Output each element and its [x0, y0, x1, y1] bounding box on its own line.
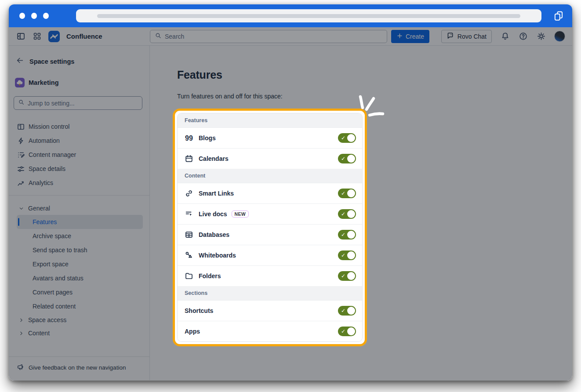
sidebar-item-archive-space[interactable]: Archive space	[17, 229, 143, 243]
sidebar-item-analytics[interactable]: Analytics	[9, 176, 149, 190]
databases-toggle[interactable]: ✓	[338, 230, 356, 240]
sidebar-item-automation[interactable]: Automation	[9, 134, 149, 148]
feature-row-apps: Apps ✓	[178, 321, 362, 341]
sidebar-item-send-space-to-trash[interactable]: Send space to trash	[17, 243, 143, 257]
check-icon: ✓	[341, 273, 345, 279]
whiteboard-icon	[185, 251, 193, 260]
toggle-knob	[347, 251, 355, 259]
calendars-toggle[interactable]: ✓	[338, 154, 356, 163]
page-area: Confluence Create Rovo Chat	[9, 27, 572, 381]
check-icon: ✓	[341, 253, 345, 258]
back-to-space-settings[interactable]: Space settings	[9, 54, 149, 69]
blogs-toggle[interactable]: ✓	[338, 133, 356, 143]
jump-to-setting-input[interactable]	[28, 100, 138, 107]
feature-row-folders: Folders ✓	[178, 265, 362, 286]
app-switcher-icon[interactable]	[32, 32, 42, 41]
feature-row-smart-links: Smart Links ✓	[178, 183, 362, 203]
feature-row-live-docs: Live docs NEW ✓	[178, 203, 362, 224]
toggle-knob	[347, 134, 355, 142]
browser-address-bar[interactable]	[76, 9, 541, 22]
new-badge: NEW	[232, 211, 249, 218]
feature-row-shortcuts: Shortcuts ✓	[178, 300, 362, 321]
whiteboards-toggle[interactable]: ✓	[338, 250, 356, 260]
space-identity: Marketing	[9, 76, 149, 89]
shortcuts-toggle[interactable]: ✓	[338, 306, 356, 316]
apps-toggle[interactable]: ✓	[338, 327, 356, 336]
confluence-logo[interactable]	[48, 31, 60, 42]
selected-indicator-bar	[18, 218, 19, 226]
sidebar-item-related-content[interactable]: Related content	[17, 299, 143, 313]
sidebar-divider	[9, 195, 149, 196]
back-arrow-icon	[16, 56, 24, 66]
automation-icon	[17, 137, 25, 145]
help-icon[interactable]	[518, 32, 528, 41]
window-close-button[interactable]	[19, 13, 25, 19]
nav-left-cluster: Confluence	[16, 31, 150, 42]
window-minimize-button[interactable]	[31, 13, 37, 19]
sidebar-item-avatars-and-status[interactable]: Avatars and status	[17, 271, 143, 285]
window-controls	[19, 13, 49, 19]
mission-control-icon	[17, 123, 25, 131]
chevron-down-icon	[18, 206, 24, 211]
url-placeholder	[97, 14, 520, 18]
search-input[interactable]	[165, 33, 382, 40]
search-icon	[155, 32, 162, 41]
global-search[interactable]	[150, 30, 387, 43]
settings-gear-icon[interactable]	[536, 32, 546, 41]
live-docs-toggle[interactable]: ✓	[338, 209, 356, 219]
copy-tab-icon[interactable]	[553, 10, 564, 22]
annotation-highlight-box: Features 99 Blogs ✓ Calendars ✓ Content …	[173, 109, 367, 346]
analytics-icon	[17, 179, 25, 187]
chevron-right-icon	[18, 317, 24, 323]
sidebar-group-general[interactable]: General	[9, 202, 149, 215]
folders-toggle[interactable]: ✓	[338, 271, 356, 281]
smart-link-icon	[185, 189, 193, 198]
feature-row-blogs: 99 Blogs ✓	[178, 127, 362, 148]
collapse-sidebar-icon[interactable]	[16, 32, 25, 41]
page-title: Features	[177, 69, 572, 81]
sidebar-group-space-access[interactable]: Space access	[9, 313, 149, 327]
toggle-knob	[347, 210, 355, 218]
content-manager-icon	[17, 151, 25, 159]
database-icon	[185, 230, 193, 239]
browser-window: Confluence Create Rovo Chat	[9, 4, 572, 381]
jump-to-setting-search[interactable]	[14, 96, 142, 110]
app-name: Confluence	[66, 33, 102, 40]
sidebar-top-items: Mission control Automation Content manag…	[9, 120, 149, 190]
sidebar-item-content-manager[interactable]: Content manager	[9, 148, 149, 162]
check-icon: ✓	[341, 156, 345, 161]
calendar-icon	[185, 154, 193, 163]
check-icon: ✓	[341, 232, 345, 237]
feature-row-databases: Databases ✓	[178, 224, 362, 245]
features-table: Features 99 Blogs ✓ Calendars ✓ Content …	[177, 113, 363, 342]
search-icon	[18, 99, 25, 107]
sidebar-item-export-space[interactable]: Export space	[17, 257, 143, 271]
window-zoom-button[interactable]	[43, 13, 49, 19]
sidebar-group-content[interactable]: Content	[9, 327, 149, 340]
create-button[interactable]: Create	[391, 30, 429, 43]
live-docs-icon	[185, 210, 193, 218]
rovo-chat-icon	[447, 32, 454, 41]
main-content: Features Turn features on and off for th…	[150, 46, 572, 380]
table-section-header-content: Content	[178, 169, 362, 183]
collapsed-groups: Space access Content	[9, 313, 149, 340]
sidebar-item-mission-control[interactable]: Mission control	[9, 120, 149, 134]
smart-links-toggle[interactable]: ✓	[338, 189, 356, 198]
sidebar-item-features[interactable]: Features	[17, 215, 143, 229]
rovo-chat-button[interactable]: Rovo Chat	[441, 30, 492, 43]
browser-titlebar	[9, 4, 572, 27]
check-icon: ✓	[341, 135, 345, 141]
general-group-children: Features Archive space Send space to tra…	[9, 215, 149, 313]
notifications-bell-icon[interactable]	[500, 32, 510, 41]
sidebar-item-space-details[interactable]: Space details	[9, 162, 149, 176]
user-avatar[interactable]	[554, 31, 565, 42]
check-icon: ✓	[341, 329, 345, 334]
give-feedback-link[interactable]: Give feedback on the new navigation	[9, 356, 149, 380]
toggle-knob	[347, 307, 355, 315]
table-section-header-features: Features	[178, 113, 362, 127]
toggle-knob	[347, 272, 355, 280]
space-avatar-icon	[15, 78, 25, 87]
table-section-header-sections: Sections	[178, 286, 362, 300]
sidebar-item-convert-pages[interactable]: Convert pages	[17, 285, 143, 299]
feature-row-calendars: Calendars ✓	[178, 148, 362, 169]
